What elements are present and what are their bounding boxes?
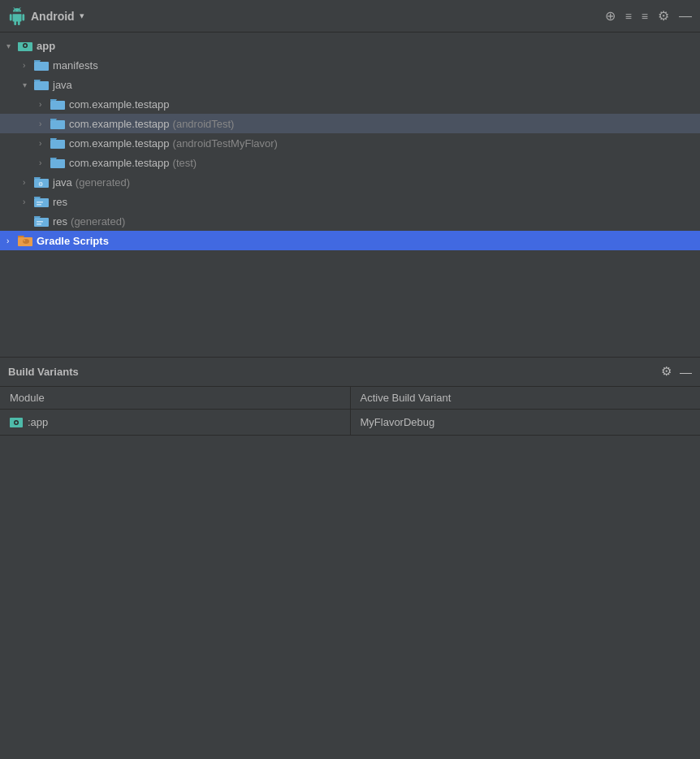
tree-item-manifests[interactable]: › manifests	[0, 55, 700, 75]
collapse-all-icon[interactable]: ≡	[625, 10, 632, 23]
settings-icon[interactable]: ⚙	[658, 8, 669, 24]
svg-rect-8	[50, 101, 65, 110]
java-gen-suffix: (generated)	[76, 176, 130, 189]
bv-icons: ⚙ —	[661, 364, 692, 379]
bv-module-name: :app	[28, 416, 48, 428]
com3-suffix: (androidTestMyFlavor)	[173, 137, 278, 150]
svg-marker-11	[50, 119, 57, 120]
svg-point-33	[15, 422, 18, 424]
tree-item-res-gen[interactable]: res (generated)	[0, 211, 700, 231]
bv-settings-icon[interactable]: ⚙	[661, 364, 672, 379]
svg-rect-6	[34, 81, 49, 90]
tree-item-java[interactable]: ▾ java	[0, 75, 700, 94]
android-icon	[8, 7, 26, 25]
com1-label: com.example.testapp	[69, 98, 170, 111]
build-variants-panel: Build Variants ⚙ — Module Active Build V…	[0, 357, 700, 436]
minimize-icon[interactable]: —	[679, 9, 692, 24]
tree-item-com2[interactable]: › com.example.testapp (androidTest)	[0, 114, 700, 133]
java-label: java	[53, 79, 72, 91]
toolbar-left: Android ▾	[8, 7, 605, 25]
svg-marker-20	[34, 197, 41, 198]
chevron-com1: ›	[39, 100, 50, 109]
pkg-folder-icon2	[50, 118, 65, 129]
java-gen-folder-icon: ⚙	[34, 176, 49, 188]
bv-col-variant: Active Build Variant	[350, 387, 700, 410]
bv-table-header-row: Module Active Build Variant	[0, 387, 700, 410]
add-icon[interactable]: ⊕	[605, 8, 616, 24]
tree-item-com4[interactable]: › com.example.testapp (test)	[0, 153, 700, 172]
svg-point-29	[23, 239, 29, 244]
manifests-label: manifests	[53, 59, 98, 72]
bv-variant-cell[interactable]: MyFlavorDebug	[350, 409, 700, 435]
svg-rect-25	[37, 221, 43, 223]
chevron-com2: ›	[39, 119, 50, 128]
pkg-folder-icon4	[50, 157, 65, 168]
svg-marker-28	[18, 236, 24, 237]
svg-rect-21	[37, 202, 43, 203]
svg-marker-24	[34, 216, 41, 218]
tree-item-java-gen[interactable]: › ⚙ java (generated)	[0, 172, 700, 192]
res-gen-suffix: (generated)	[71, 215, 125, 228]
gradle-label: Gradle Scripts	[37, 235, 109, 247]
main-container: Android ▾ ⊕ ≡ ≡ ⚙ — ▾	[0, 0, 700, 759]
tree-item-com3[interactable]: › com.example.testapp (androidTestMyFlav…	[0, 133, 700, 153]
svg-rect-14	[50, 159, 65, 168]
chevron-java: ▾	[23, 80, 34, 89]
svg-rect-10	[50, 120, 65, 129]
tree-item-com1[interactable]: › com.example.testapp	[0, 94, 700, 114]
expand-all-icon[interactable]: ≡	[642, 10, 648, 23]
res-gen-folder-icon	[34, 215, 49, 227]
tree-item-app[interactable]: ▾ app	[0, 36, 700, 55]
chevron-res: ›	[23, 197, 34, 206]
svg-marker-9	[50, 99, 57, 101]
svg-marker-7	[34, 80, 41, 81]
tree-item-gradle[interactable]: › Gradle Scripts	[0, 231, 700, 250]
svg-point-30	[24, 240, 25, 241]
svg-rect-26	[37, 223, 41, 225]
bv-col-module: Module	[0, 387, 350, 410]
file-tree-container: ▾ app › manifests ▾	[0, 33, 700, 357]
app-label: app	[37, 40, 55, 52]
svg-marker-5	[34, 60, 41, 62]
svg-rect-4	[34, 62, 49, 71]
bv-minimize-icon[interactable]: —	[680, 365, 692, 379]
file-tree: ▾ app › manifests ▾	[0, 33, 700, 254]
svg-marker-13	[50, 138, 57, 140]
bv-module-cell: :app	[0, 409, 350, 435]
res-folder-icon	[34, 196, 49, 207]
chevron-com3: ›	[39, 139, 50, 148]
svg-marker-17	[34, 177, 41, 179]
chevron-java-gen: ›	[23, 178, 34, 187]
svg-rect-12	[50, 140, 65, 149]
com4-label: com.example.testapp	[69, 157, 170, 169]
svg-text:⚙: ⚙	[38, 181, 43, 187]
tree-item-res[interactable]: › res	[0, 192, 700, 211]
chevron-app: ▾	[6, 41, 18, 50]
com2-label: com.example.testapp	[69, 118, 170, 130]
com3-label: com.example.testapp	[69, 137, 170, 150]
gradle-folder-icon	[18, 235, 32, 246]
bottom-area	[0, 436, 700, 760]
com4-suffix: (test)	[173, 157, 197, 169]
svg-point-3	[24, 45, 27, 47]
module-row-cell: :app	[10, 416, 340, 428]
manifests-folder-icon	[34, 59, 49, 71]
bv-table: Module Active Build Variant :app	[0, 387, 700, 436]
svg-rect-22	[37, 204, 41, 206]
app-module-icon	[10, 416, 23, 427]
res-label: res	[53, 196, 67, 208]
res-gen-label: res	[53, 215, 67, 228]
bv-title: Build Variants	[8, 366, 661, 378]
pkg-folder-icon3	[50, 137, 65, 149]
toolbar-dropdown[interactable]: ▾	[80, 11, 84, 21]
toolbar: Android ▾ ⊕ ≡ ≡ ⚙ —	[0, 0, 700, 33]
bv-header: Build Variants ⚙ —	[0, 358, 700, 387]
java-folder-icon	[34, 79, 49, 90]
toolbar-title: Android	[31, 10, 75, 23]
svg-marker-15	[50, 158, 57, 159]
java-gen-label: java	[53, 176, 72, 189]
app-folder-icon	[18, 40, 32, 51]
pkg-folder-icon1	[50, 98, 65, 110]
chevron-manifests: ›	[23, 61, 34, 70]
chevron-com4: ›	[39, 158, 50, 167]
